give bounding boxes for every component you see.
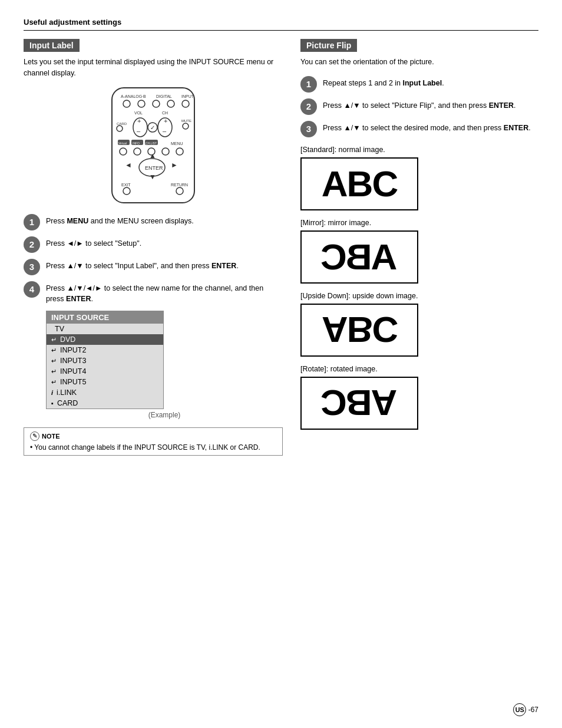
svg-point-22 [183,123,189,129]
svg-text:EXIT: EXIT [121,183,131,187]
svg-text:CARD: CARD [117,122,127,126]
menu-row-input3: ↵ INPUT3 [47,355,163,366]
pf-step-3-text: Press ▲/▼ to select the desired mode, an… [323,121,531,134]
svg-point-4 [123,100,130,107]
step-2-text: Press ◄/► to select "Setup". [46,236,141,249]
svg-text:A-ANALOG·B: A-ANALOG·B [121,94,146,98]
svg-text:RETURN: RETURN [171,183,188,187]
remote-illustration: A-ANALOG·B DIGITAL INPUT VOL CH + + [24,85,283,206]
pf-step-2-circle: 2 [300,98,317,115]
svg-point-7 [167,100,174,107]
input-label-desc: Lets you set the input terminal displaye… [24,57,283,79]
svg-text:VOL: VOL [134,111,143,115]
step-3-circle: 3 [24,259,40,275]
step-1-text: Press MENU and the MENU screen displays. [46,214,194,227]
mode-upsidedown-box: ABC [300,304,418,357]
step-1: 1 Press MENU and the MENU screen display… [24,214,283,230]
svg-text:◄: ◄ [125,161,132,169]
pf-step-3-circle: 3 [300,121,317,137]
svg-text:►: ► [171,161,178,169]
section-divider [24,30,538,31]
input4-icon: ↵ [51,368,57,375]
svg-text:–: – [163,127,167,134]
menu-row-tv: TV [47,324,163,334]
page-num-text: -67 [528,706,538,714]
mode-standard-caption: [Standard]: normal image. [300,146,538,154]
svg-text:MUTE: MUTE [181,119,191,123]
input3-icon: ↵ [51,357,57,365]
mode-mirror-caption: [Mirror]: mirror image. [300,219,538,227]
menu-row-ilink: i i.LINK [47,387,163,398]
page-number: US -67 [513,703,538,716]
mode-rotate-text: ABC [322,382,397,424]
menu-row-dvd: ↵ DVD [47,334,163,345]
pf-step-1-text: Repeat steps 1 and 2 in Input Label. [323,76,444,89]
step-2: 2 Press ◄/► to select "Setup". [24,236,283,253]
step-1-circle: 1 [24,214,40,230]
step-3-text: Press ▲/▼ to select "Input Label", and t… [46,259,239,272]
svg-text:–: – [137,127,141,134]
picture-flip-desc: You can set the orientation of the pictu… [300,57,538,68]
svg-point-18 [117,126,123,131]
svg-text:CH.LIST: CH.LIST [146,141,157,145]
pf-step-1-circle: 1 [300,76,317,93]
input5-icon: ↵ [51,378,57,386]
step-4: 4 Press ▲/▼/◄/► to select the new name f… [24,281,283,305]
svg-point-43 [123,187,130,195]
example-label: (Example) [46,411,283,419]
step-2-circle: 2 [24,236,40,253]
mode-upsidedown-text: ABC [322,309,397,351]
ilink-icon: i [51,389,53,396]
input-label-title: Input Label [24,39,80,52]
svg-text:CH: CH [162,111,168,115]
note-box: ✎ NOTE • You cannot change labels if the… [24,427,283,456]
us-circle: US [513,703,526,716]
mode-rotate-caption: [Rotate]: rotated image. [300,365,538,373]
step-4-circle: 4 [24,281,40,298]
dvd-icon: ↵ [51,336,57,344]
picture-flip-title: Picture Flip [300,39,357,52]
svg-point-31 [134,148,141,155]
svg-point-5 [138,100,145,107]
svg-text:ENTER: ENTER [145,165,163,171]
mode-mirror-text: ABC [322,236,397,278]
input-label-section: Input Label Lets you set the input termi… [24,39,283,456]
svg-text:MENU: MENU [171,141,183,146]
svg-text:DIGITAL: DIGITAL [156,94,172,98]
mode-mirror-box: ABC [300,230,418,284]
card-icon: ▪ [51,400,54,407]
mode-upsidedown-caption: [Upside Down]: upside down image. [300,292,538,300]
svg-point-8 [182,100,189,107]
pf-step-2-text: Press ▲/▼ to select "Picture Flip", and … [323,98,516,111]
mode-standard-box: ABC [300,157,418,210]
svg-point-34 [176,148,183,155]
svg-point-33 [162,148,169,155]
svg-point-6 [153,100,160,107]
svg-text:Virtual: Virtual [118,141,127,145]
note-text: • You cannot change labels if the INPUT … [30,443,276,452]
input-source-menu: INPUT SOURCE TV ↵ DVD ↵ INPUT2 ↵ INPUT3 … [46,311,164,409]
svg-text:INFO: INFO [133,141,140,145]
menu-row-input5: ↵ INPUT5 [47,377,163,387]
pf-step-1: 1 Repeat steps 1 and 2 in Input Label. [300,76,538,93]
svg-text:✓: ✓ [150,124,155,131]
svg-text:▼: ▼ [149,173,156,181]
mode-standard-text: ABC [322,163,397,205]
page-heading: Useful adjustment settings [24,18,538,27]
menu-row-card: ▪ CARD [47,398,163,409]
svg-text:INPUT: INPUT [181,94,194,98]
menu-row-input2: ↵ INPUT2 [47,345,163,355]
picture-flip-section: Picture Flip You can set the orientation… [300,39,538,456]
remote-svg: A-ANALOG·B DIGITAL INPUT VOL CH + + [94,85,212,206]
step-3: 3 Press ▲/▼ to select "Input Label", and… [24,259,283,275]
menu-row-input4: ↵ INPUT4 [47,366,163,377]
input2-icon: ↵ [51,347,57,354]
note-title: ✎ NOTE [30,431,276,441]
note-title-text: NOTE [42,433,60,440]
input-source-header: INPUT SOURCE [47,311,163,324]
step-4-text: Press ▲/▼/◄/► to select the new name for… [46,281,283,305]
mode-rotate-box: ABC [300,377,418,430]
note-icon: ✎ [30,431,39,441]
svg-point-44 [176,187,183,195]
pf-step-3: 3 Press ▲/▼ to select the desired mode, … [300,121,538,137]
